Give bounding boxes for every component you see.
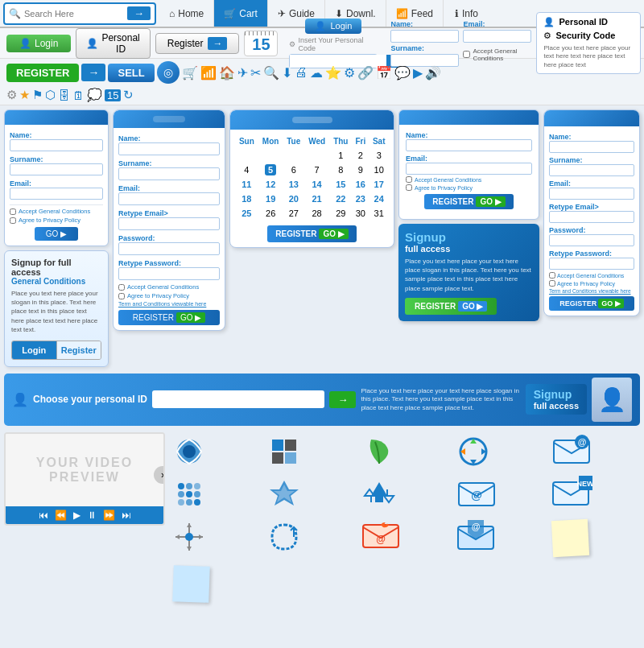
retype-pass-input2[interactable] (549, 258, 634, 270)
cart-icon-sm[interactable]: 🛒 (182, 65, 198, 80)
cal-day-6[interactable]: 6 (283, 163, 304, 177)
cal-day-15[interactable]: 15 (329, 177, 352, 192)
search-input[interactable] (24, 9, 127, 19)
name-input5[interactable] (549, 141, 634, 153)
password-input2[interactable] (549, 234, 634, 246)
email-input3[interactable] (118, 192, 220, 205)
choose-pid-input[interactable] (152, 390, 324, 408)
cal-day-7[interactable]: 7 (304, 163, 329, 177)
cal-day-25[interactable]: 25 (235, 206, 258, 221)
register-button[interactable]: Register → (155, 33, 240, 54)
cal-day-9[interactable]: 9 (352, 163, 369, 177)
bubble-icon[interactable]: 💭 (87, 88, 102, 102)
cal-day-22[interactable]: 22 (329, 192, 352, 206)
star-icon2[interactable]: ★ (19, 88, 30, 102)
accept-checkbox[interactable] (463, 51, 470, 58)
choose-pid-btn[interactable]: → (329, 391, 356, 408)
cal-day-5[interactable]: 5 (258, 163, 283, 177)
cal-day-28[interactable]: 28 (304, 206, 329, 221)
register-btn-form[interactable]: REGISTER GO ▶ (118, 310, 220, 325)
network-icon[interactable]: 🔗 (357, 65, 374, 80)
nav-item-home[interactable]: ⌂Home (159, 0, 214, 27)
name-input4[interactable] (406, 139, 532, 151)
cal-day-26[interactable]: 26 (258, 206, 283, 221)
cal-day-12[interactable]: 12 (258, 177, 283, 192)
email-input2[interactable] (10, 188, 103, 200)
cal-day-1[interactable]: 1 (329, 148, 352, 163)
password-input[interactable] (118, 242, 220, 255)
retype-pass-input[interactable] (118, 267, 220, 280)
network-icon2[interactable]: ⬡ (45, 88, 56, 102)
db-icon[interactable]: 🗄 (58, 89, 70, 102)
email-input4[interactable] (406, 163, 532, 175)
video-pause-btn[interactable]: ⏸ (87, 510, 97, 521)
surname-input3[interactable] (118, 167, 220, 180)
cal-day-16[interactable]: 16 (352, 177, 369, 192)
accept-checkbox4[interactable] (406, 176, 412, 183)
search-icon-sm[interactable]: 🔍 (263, 65, 279, 80)
cal-icon2[interactable]: 🗓 (72, 89, 85, 102)
video-forward-btn[interactable]: ⏩ (103, 510, 115, 521)
accept-checkbox2[interactable] (10, 208, 16, 215)
wifi-icon[interactable]: 📶 (200, 65, 217, 80)
sell-button[interactable]: SELL (108, 64, 154, 82)
retype-email-input[interactable] (118, 217, 220, 230)
play-icon[interactable]: ▶ (413, 65, 423, 80)
cal-day-2[interactable]: 2 (352, 148, 369, 163)
plane-icon[interactable]: ✈ (237, 65, 248, 80)
cal-day-19[interactable]: 19 (258, 192, 283, 206)
surname-input2[interactable] (10, 163, 103, 175)
cal-day-21[interactable]: 21 (304, 192, 329, 206)
speaker-icon[interactable]: 🔊 (425, 65, 441, 80)
video-next-arrow[interactable]: › (154, 466, 165, 484)
cal-day-30[interactable]: 30 (352, 206, 369, 221)
register-calendar-btn[interactable]: REGISTER GO ▶ (267, 225, 356, 242)
privacy-checkbox5[interactable] (549, 280, 555, 287)
cal-day-3[interactable]: 3 (369, 148, 389, 163)
register-bar-btn[interactable]: Register (56, 341, 101, 359)
cal-day-27[interactable]: 27 (283, 206, 304, 221)
login-bar-btn[interactable]: Login (12, 341, 56, 359)
refresh-icon[interactable]: ↻ (123, 88, 134, 102)
nav-item-cart[interactable]: 🛒Cart (214, 0, 268, 27)
name-input3[interactable] (118, 142, 220, 155)
retype-email-input2[interactable] (549, 211, 634, 223)
cog-icon2[interactable]: ⚙ (6, 88, 17, 102)
video-prev-btn[interactable]: ⏮ (39, 510, 48, 521)
cal-day-29[interactable]: 29 (329, 206, 352, 221)
cal-day-20[interactable]: 20 (283, 192, 304, 206)
cal-day-13[interactable]: 13 (283, 177, 304, 192)
video-rewind-btn[interactable]: ⏪ (55, 510, 67, 521)
go-button[interactable]: GO ▶ (35, 227, 79, 241)
register-mini-btn[interactable]: REGISTER GO ▶ (424, 194, 513, 209)
num15-icon[interactable]: 15 (105, 89, 121, 101)
signup-full-btn[interactable]: REGISTER GO ▶ (405, 298, 497, 315)
email-input5[interactable] (549, 188, 634, 200)
cal-day-10[interactable]: 10 (369, 163, 389, 177)
privacy-checkbox2[interactable] (10, 217, 16, 224)
terms-link2[interactable]: Term and Conditions viewable here (549, 288, 634, 294)
home-icon-sm[interactable]: 🏠 (219, 65, 235, 80)
flag-icon[interactable]: ⚑ (32, 88, 43, 102)
download-icon-sm[interactable]: ⬇ (282, 65, 292, 80)
email-input-top[interactable] (463, 30, 531, 43)
cal-day-4[interactable]: 4 (235, 163, 258, 177)
video-play-btn[interactable]: ▶ (73, 510, 80, 521)
accept-checkbox5[interactable] (549, 272, 555, 279)
print-icon[interactable]: 🖨 (295, 65, 308, 80)
name-input2[interactable] (10, 139, 103, 151)
cal-day-17[interactable]: 17 (369, 177, 389, 192)
scissors-icon[interactable]: ✂ (250, 65, 261, 80)
name-input[interactable] (390, 30, 459, 43)
surname-input5[interactable] (549, 164, 634, 176)
cal-day-14[interactable]: 14 (304, 177, 329, 192)
privacy-checkbox4[interactable] (406, 184, 412, 191)
cal-day-24[interactable]: 24 (369, 192, 389, 206)
video-next-btn[interactable]: ⏭ (122, 510, 131, 521)
cal-day-11[interactable]: 11 (235, 177, 258, 192)
accept-checkbox3[interactable] (118, 284, 125, 291)
search-button[interactable]: → (127, 6, 151, 20)
login-button[interactable]: 👤 Login (6, 35, 71, 52)
star-icon[interactable]: ⭐ (325, 65, 341, 80)
gear-icon-sm[interactable]: ⚙ (344, 65, 355, 80)
